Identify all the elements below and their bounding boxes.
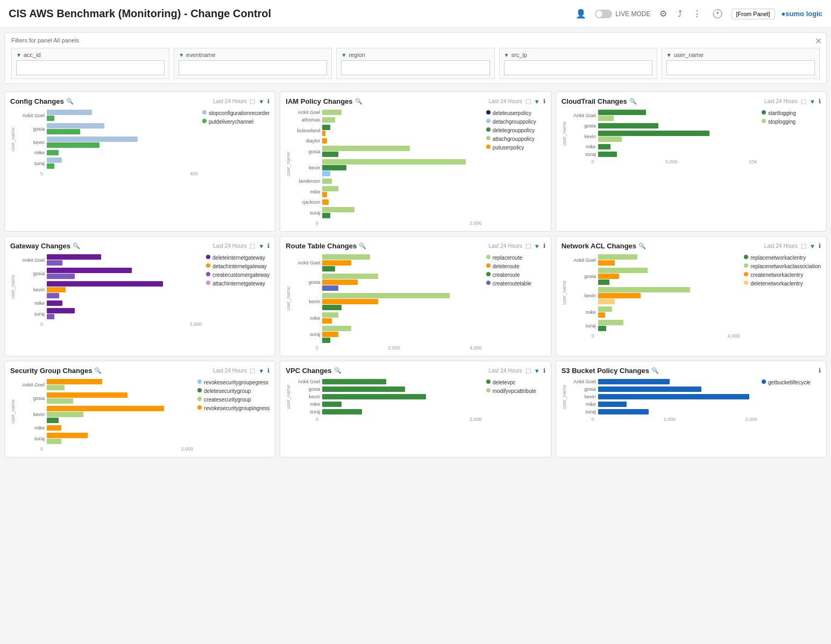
filter-input-region[interactable] — [341, 60, 489, 75]
legend-item: revokesecuritygroupingress — [197, 405, 269, 412]
info-icon[interactable]: ℹ — [819, 98, 821, 105]
chart-area-config-changes: user_nameAnkit Goelgosiakevinmikesuraj04… — [10, 110, 269, 176]
filter-input-eventname[interactable] — [179, 60, 327, 75]
bar-segment — [47, 379, 102, 384]
bar-group — [598, 123, 757, 128]
filter-icon[interactable]: ▼ — [258, 368, 264, 374]
bar-segment — [47, 308, 75, 313]
export-icon[interactable]: ⬚ — [525, 98, 531, 105]
export-icon[interactable]: ⬚ — [525, 367, 531, 374]
bar-group — [47, 300, 202, 306]
panel-search-icon[interactable]: 🔍 — [651, 367, 659, 374]
chart-legend-s3-bucket-policy: getbucketlifecycle — [762, 379, 821, 422]
bar-group — [47, 281, 202, 298]
bar-row-label: gosia — [292, 149, 320, 154]
export-icon[interactable]: ⬚ — [525, 242, 531, 249]
filter-input-src-ip[interactable] — [504, 60, 652, 75]
legend-label: modifyvpcattribute — [493, 388, 536, 395]
panel-search-icon[interactable]: 🔍 — [66, 98, 74, 105]
legend-color-dot — [197, 397, 202, 401]
bar-segment — [47, 425, 61, 431]
filter-icon[interactable]: ▼ — [258, 243, 264, 249]
bar-row: gosia — [17, 392, 193, 404]
chart-legend-network-acl-changes: replacenetworkaclentryreplacenetworkacla… — [744, 254, 821, 339]
bar-segment — [47, 254, 101, 260]
bar-group — [322, 387, 481, 392]
chart-legend-iam-policy-changes: deleteuserpolicydetachgrouppolicydeleteg… — [486, 110, 545, 226]
bar-group — [47, 308, 202, 319]
export-icon[interactable]: ⬚ — [801, 98, 806, 105]
filter-close-button[interactable]: ✕ — [815, 36, 822, 46]
filter-input-user-name[interactable] — [666, 60, 815, 75]
share-icon[interactable]: ⤴ — [676, 7, 684, 21]
bar-row-label: kevin — [568, 394, 596, 399]
funnel-icon-4: ▼ — [504, 52, 509, 58]
legend-color-dot — [206, 272, 210, 276]
panel-title-gateway-changes: Gateway Changes 🔍 — [10, 242, 80, 250]
bar-row-label: suraj — [292, 210, 320, 216]
panel-search-icon[interactable]: 🔍 — [334, 367, 342, 374]
funnel-icon-5: ▼ — [666, 52, 672, 58]
x-axis: 04,000 — [562, 333, 740, 339]
filter-icon[interactable]: ▼ — [534, 98, 540, 105]
bar-group — [598, 320, 740, 331]
panel-search-icon[interactable]: 🔍 — [73, 242, 80, 249]
export-icon[interactable]: ⬚ — [250, 98, 255, 105]
filter-icon[interactable]: ▼ — [809, 243, 815, 249]
info-icon[interactable]: ℹ — [819, 242, 821, 249]
info-icon[interactable]: ℹ — [267, 242, 269, 249]
bar-row-label: gosia — [568, 387, 596, 392]
bar-segment — [47, 406, 164, 411]
bar-segment — [598, 110, 646, 115]
legend-item: replaceroute — [486, 254, 545, 261]
toggle-track[interactable] — [595, 10, 612, 18]
info-icon[interactable]: ℹ — [543, 367, 545, 374]
bar-segment — [47, 385, 65, 390]
legend-item: deletesecuritygroup — [197, 388, 269, 395]
info-icon[interactable]: ℹ — [267, 367, 269, 374]
filter-input-acc-id[interactable] — [16, 60, 165, 75]
bar-segment — [598, 131, 709, 136]
info-icon[interactable]: ℹ — [543, 242, 545, 249]
legend-label: revokesecuritygroupegress — [204, 379, 268, 386]
bar-group — [322, 409, 481, 414]
bar-group — [598, 409, 757, 414]
bar-segment — [47, 158, 62, 163]
filter-icon[interactable]: ▼ — [534, 243, 540, 249]
bar-group — [322, 402, 481, 407]
bar-segment — [598, 299, 615, 304]
from-panel-button[interactable]: [From Panel] — [731, 9, 775, 19]
bar-group — [322, 199, 481, 205]
export-icon[interactable]: ⬚ — [801, 242, 806, 249]
user-icon: 👤 — [573, 6, 588, 21]
filter-label-src-ip: ▼ src_ip — [504, 52, 652, 58]
bar-row: kevin — [17, 281, 202, 298]
chart-legend-config-changes: stopconfigurationrecorderputdeliverychan… — [202, 110, 269, 176]
bar-segment — [598, 402, 627, 407]
filter-icon[interactable]: ▼ — [809, 98, 815, 105]
bar-row: rjackson — [292, 199, 481, 205]
bar-row: Ankit Goel — [568, 110, 757, 121]
bar-row-label: dtaylor — [292, 138, 320, 144]
info-icon[interactable]: ℹ — [267, 98, 269, 105]
info-icon[interactable]: ℹ — [819, 367, 821, 374]
export-icon[interactable]: ⬚ — [250, 367, 255, 374]
filter-icon[interactable]: ⚙ — [657, 6, 669, 21]
legend-label: startlogging — [768, 110, 796, 117]
info-icon[interactable]: ℹ — [543, 98, 545, 105]
bar-segment — [598, 312, 605, 318]
y-axis-label: user_name — [562, 110, 567, 157]
filter-icon[interactable]: ▼ — [534, 368, 540, 374]
panel-search-icon[interactable]: 🔍 — [638, 242, 646, 249]
bar-row: Ankit Goel — [292, 110, 481, 115]
export-icon[interactable]: ⬚ — [250, 242, 255, 249]
more-icon[interactable]: ⋮ — [691, 6, 704, 21]
panel-search-icon[interactable]: 🔍 — [94, 367, 102, 374]
bar-segment — [47, 418, 59, 423]
panel-search-icon[interactable]: 🔍 — [629, 98, 637, 105]
panel-search-icon[interactable]: 🔍 — [355, 98, 363, 105]
live-mode-toggle[interactable]: LIVE MODE — [595, 10, 650, 18]
filter-icon[interactable]: ▼ — [258, 98, 264, 105]
bar-group — [322, 293, 481, 310]
panel-search-icon[interactable]: 🔍 — [359, 242, 366, 249]
